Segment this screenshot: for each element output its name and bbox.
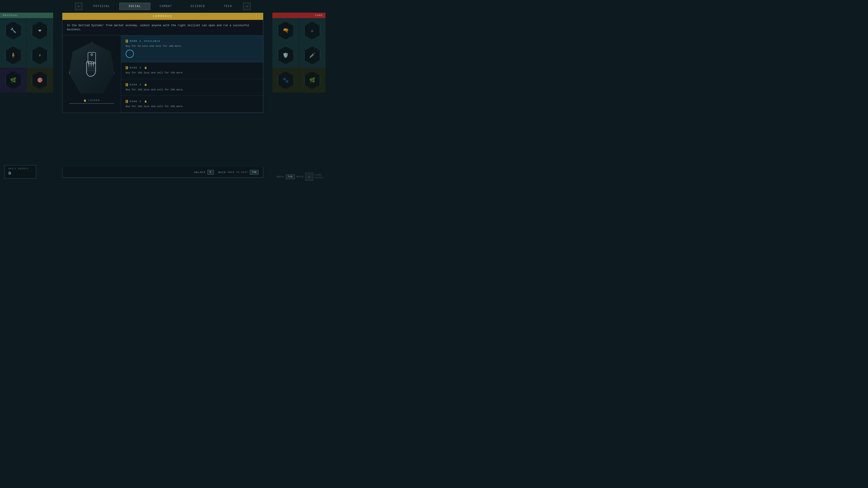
right-skill-5[interactable]: 🐾 <box>272 68 299 93</box>
commerce-hand-icon <box>77 50 106 86</box>
rank-2-lock-icon: 🔒 <box>144 66 147 69</box>
sword-icon: ⚔️ <box>311 28 313 34</box>
rank-2-item[interactable]: RANK 2 🔒 Buy for 10% less and sell for 1… <box>121 62 263 79</box>
hold-to-exit-label: HOLD TO EXIT <box>228 171 248 173</box>
rank-bar <box>126 83 127 86</box>
left-panel-header: PHYSICAL <box>0 13 53 18</box>
rank-bar <box>127 39 128 43</box>
right-skill-4[interactable]: 🗡️ <box>299 43 326 68</box>
action-bar-inner: UNLOCK E BACK HOLD TO EXIT TAB <box>62 167 264 177</box>
main-area: PHYSICAL 🔧 ❤️ 🧍 ⚡ <box>0 13 326 182</box>
lock-icon: 🔒 <box>84 99 87 102</box>
skill-badge: 🔫 <box>278 22 293 39</box>
rank-bar <box>127 83 128 86</box>
back-key-badge[interactable]: TAB <box>250 170 258 175</box>
skill-points-label: SKILL POINTS <box>8 168 32 170</box>
person-icon: 🧍 <box>10 53 16 59</box>
skill-badge: ⚔️ <box>304 22 320 39</box>
watermark-back-label: BACK <box>277 175 284 178</box>
left-skill-2[interactable]: ❤️ <box>27 18 53 43</box>
gamer-guides-text: GAMERGUIDES <box>315 174 323 179</box>
gun-icon: 🔫 <box>283 28 289 34</box>
watermark-hold-label: HOLD <box>297 175 304 178</box>
tab-combat[interactable]: COMBAT <box>150 3 181 10</box>
lightning-icon: ⚡ <box>38 53 41 59</box>
right-skill-panel: COME 🔫 ⚔️ 🛡️ 🗡️ <box>272 13 326 166</box>
skill-badge: ❤️ <box>32 22 48 39</box>
rank-bar <box>126 100 127 103</box>
svg-point-1 <box>91 54 93 56</box>
right-skill-6[interactable]: 🌿 <box>299 68 326 93</box>
back-action: BACK HOLD TO EXIT TAB <box>218 170 258 175</box>
rank-4-lock-icon: 🔒 <box>144 100 147 103</box>
ranks-section: RANK 1 AVAILABLE Buy for 5% less and sel… <box>121 35 263 113</box>
action-bar: UNLOCK E BACK HOLD TO EXIT TAB <box>53 167 272 177</box>
rank-1-available-text: AVAILABLE <box>144 40 160 42</box>
rank-2-description: Buy for 10% less and sell for 15% more. <box>126 71 258 74</box>
paw-icon: 🐾 <box>283 77 289 84</box>
left-skill-panel: PHYSICAL 🔧 ❤️ 🧍 ⚡ <box>0 13 53 166</box>
skill-badge: 🛡️ <box>278 46 293 64</box>
rank-1-item[interactable]: RANK 1 AVAILABLE Buy for 5% less and sel… <box>121 35 263 62</box>
unlock-label: UNLOCK <box>194 171 206 174</box>
top-navigation: ← PHYSICAL SOCIAL COMBAT SCIENCE TECH → <box>0 0 326 13</box>
left-skill-1[interactable]: 🔧 <box>0 18 26 43</box>
plant-icon: 🌿 <box>309 77 315 84</box>
skill-badge: 🐾 <box>278 71 293 89</box>
shield-icon: 🛡️ <box>283 53 289 59</box>
right-panel-header: COME <box>272 13 326 18</box>
rank-1-header: RANK 1 AVAILABLE <box>126 39 258 43</box>
right-skill-1[interactable]: 🔫 <box>272 18 299 43</box>
rank-1-bars <box>126 39 128 43</box>
tool-icon: 🔧 <box>10 28 16 34</box>
rank-2-header: RANK 2 🔒 <box>126 66 258 69</box>
skill-badge: 🌿 <box>304 71 320 89</box>
rank-3-label: RANK 3 <box>130 84 142 86</box>
rank-4-description: Buy for 20% less and sell for 25% more. <box>126 105 258 108</box>
skill-title: COMMERCE <box>62 13 263 20</box>
tab-physical[interactable]: PHYSICAL <box>84 3 119 10</box>
right-skill-2[interactable]: ⚔️ <box>299 18 326 43</box>
rank-3-description: Buy for 15% less and sell for 20% more. <box>126 88 258 92</box>
locked-progress-bar <box>69 103 114 104</box>
rank-3-lock-icon: 🔒 <box>144 84 147 86</box>
center-panel: COMMERCE In the Settled Systems' free ma… <box>53 13 272 160</box>
skill-badge: 🧍 <box>5 46 21 64</box>
skill-main-badge <box>69 42 114 94</box>
rank-4-bars <box>126 100 128 103</box>
left-skill-grid: 🔧 ❤️ 🧍 ⚡ 🌿 <box>0 18 53 93</box>
left-skill-3[interactable]: 🧍 <box>0 43 26 68</box>
tab-science[interactable]: SCIENCE <box>181 3 214 10</box>
left-skill-5[interactable]: 🌿 <box>0 68 26 93</box>
unlock-key-badge[interactable]: E <box>208 170 214 175</box>
tab-tech[interactable]: TECH <box>215 3 241 10</box>
skill-badge: ⚡ <box>32 46 48 64</box>
target-icon: 🎯 <box>37 77 43 84</box>
rank-2-label: RANK 2 <box>130 66 142 69</box>
left-skill-4[interactable]: ⚡ <box>27 43 53 68</box>
rank-1-label: RANK 1 <box>130 40 142 42</box>
skill-points-box: SKILL POINTS 0 <box>4 165 36 178</box>
tab-social[interactable]: SOCIAL <box>119 3 150 10</box>
watermark-back-action: BACK TAB HOLD <box>277 174 304 179</box>
leaf-icon: 🌿 <box>10 77 16 84</box>
rank-2-bars <box>126 66 128 69</box>
unlock-action: UNLOCK E <box>194 170 214 175</box>
rank-3-item[interactable]: RANK 3 🔒 Buy for 15% less and sell for 2… <box>121 79 263 96</box>
skill-badge: 🗡️ <box>304 46 320 64</box>
watermark-tab-badge: TAB <box>286 174 295 179</box>
rank-3-bars <box>126 83 128 86</box>
locked-section: 🔒 LOCKED <box>69 99 114 106</box>
prev-tab-button[interactable]: ← <box>75 3 82 10</box>
right-skill-3[interactable]: 🛡️ <box>272 43 299 68</box>
rank-bar <box>126 39 127 43</box>
skill-badge: 🌿 <box>5 71 21 89</box>
rank-3-header: RANK 3 🔒 <box>126 83 258 86</box>
left-skill-6[interactable]: 🎯 <box>27 68 53 93</box>
gamer-guides-icon: ⚔️ <box>305 173 313 181</box>
skill-description: In the Settled Systems' free market econ… <box>62 20 263 35</box>
right-skill-grid: 🔫 ⚔️ 🛡️ 🗡️ 🐾 <box>272 18 326 93</box>
heart-icon: ❤️ <box>38 28 41 34</box>
rank-4-item[interactable]: RANK 4 🔒 Buy for 20% less and sell for 2… <box>121 96 263 112</box>
next-tab-button[interactable]: → <box>243 3 250 10</box>
